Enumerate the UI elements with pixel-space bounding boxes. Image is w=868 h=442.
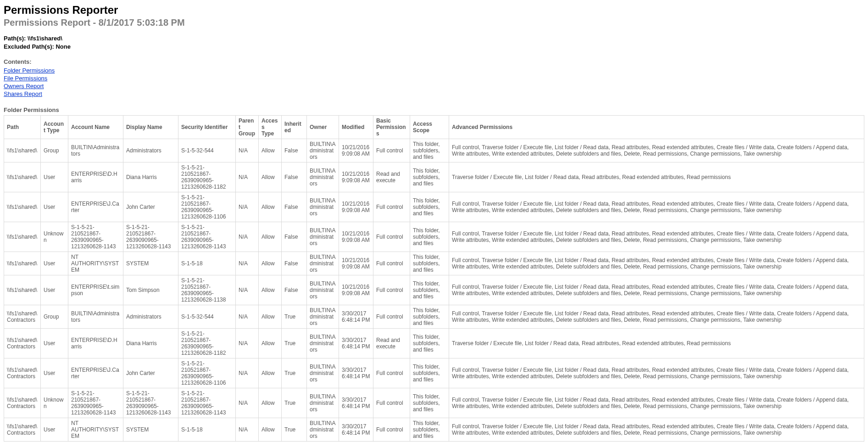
cell-scope: This folder, subfolders, and files	[410, 275, 449, 305]
cell-path: \\fs1\shared\Contractors	[4, 388, 41, 418]
cell-sid: S-1-5-21-210521867-2639090965-1213260628…	[178, 388, 236, 418]
th-owner: Owner	[307, 115, 339, 139]
link-folder-permissions[interactable]: Folder Permissions	[4, 67, 55, 75]
cell-basic: Full control	[373, 192, 410, 222]
cell-basic: Read and execute	[373, 328, 410, 358]
cell-basic: Full control	[373, 358, 410, 388]
cell-basic: Full control	[373, 305, 410, 328]
cell-account_name: ENTERPRISE\t.simpson	[68, 275, 123, 305]
cell-display_name: Diana Harris	[123, 162, 178, 192]
cell-account_name: NT AUTHORITY\SYSTEM	[68, 418, 123, 441]
cell-sid: S-1-5-18	[178, 418, 236, 441]
cell-owner: BUILTIN\Administrators	[307, 388, 339, 418]
cell-modified: 10/21/2016 9:09:08 AM	[339, 275, 373, 305]
cell-sid: S-1-5-21-210521867-2639090965-1213260628…	[178, 328, 236, 358]
cell-basic: Full control	[373, 139, 410, 162]
cell-basic: Full control	[373, 275, 410, 305]
cell-account_type: User	[41, 252, 68, 275]
table-row: \\fs1\shared\GroupBUILTIN\Administrators…	[4, 139, 864, 162]
cell-owner: BUILTIN\Administrators	[307, 358, 339, 388]
cell-display_name: Diana Harris	[123, 328, 178, 358]
cell-advanced: Full control, Traverse folder / Execute …	[449, 275, 864, 305]
contents-label: Contents:	[4, 58, 864, 65]
cell-advanced: Full control, Traverse folder / Execute …	[449, 192, 864, 222]
link-shares-report[interactable]: Shares Report	[4, 90, 42, 98]
table-row: \\fs1\shared\UserENTERPRISE\t.simpsonTom…	[4, 275, 864, 305]
meta-block: Path(s): \\fs1\shared\ Excluded Path(s):…	[4, 34, 864, 51]
cell-account_name: ENTERPRISE\J.Carter	[68, 358, 123, 388]
cell-scope: This folder, subfolders, and files	[410, 388, 449, 418]
cell-basic: Full control	[373, 418, 410, 441]
cell-path: \\fs1\shared\Contractors	[4, 418, 41, 441]
cell-basic: Full control	[373, 222, 410, 252]
cell-path: \\fs1\shared\	[4, 222, 41, 252]
cell-display_name: S-1-5-21-210521867-2639090965-1213260628…	[123, 222, 178, 252]
cell-access_type: Allow	[259, 162, 282, 192]
cell-advanced: Traverse folder / Execute file, List fol…	[449, 162, 864, 192]
cell-account_type: User	[41, 418, 68, 441]
cell-parent_group: N/A	[236, 222, 259, 252]
link-owners-report[interactable]: Owners Report	[4, 83, 44, 90]
cell-account_name: S-1-5-21-210521867-2639090965-1213260628…	[68, 388, 123, 418]
cell-advanced: Full control, Traverse folder / Execute …	[449, 252, 864, 275]
cell-account_type: User	[41, 358, 68, 388]
cell-path: \\fs1\shared\	[4, 192, 41, 222]
permissions-table: Path Account Type Account Name Display N…	[4, 115, 864, 442]
cell-parent_group: N/A	[236, 305, 259, 328]
cell-display_name: Tom Simpson	[123, 275, 178, 305]
cell-modified: 10/21/2016 9:09:08 AM	[339, 162, 373, 192]
cell-account_type: Group	[41, 139, 68, 162]
th-display-name: Display Name	[123, 115, 178, 139]
cell-scope: This folder, subfolders, and files	[410, 328, 449, 358]
cell-modified: 3/30/2017 6:48:14 PM	[339, 328, 373, 358]
cell-advanced: Full control, Traverse folder / Execute …	[449, 358, 864, 388]
cell-inherited: False	[282, 162, 307, 192]
cell-advanced: Full control, Traverse folder / Execute …	[449, 418, 864, 441]
th-sid: Security Identifier	[178, 115, 236, 139]
cell-path: \\fs1\shared\	[4, 275, 41, 305]
cell-path: \\fs1\shared\Contractors	[4, 305, 41, 328]
cell-sid: S-1-5-32-544	[178, 139, 236, 162]
cell-inherited: True	[282, 418, 307, 441]
paths-line: Path(s): \\fs1\shared\	[4, 34, 864, 43]
table-row: \\fs1\shared\ContractorsUserENTERPRISE\J…	[4, 358, 864, 388]
excluded-label: Excluded Path(s):	[4, 43, 56, 50]
paths-label: Path(s):	[4, 35, 28, 42]
cell-inherited: True	[282, 388, 307, 418]
cell-access_type: Allow	[259, 328, 282, 358]
cell-scope: This folder, subfolders, and files	[410, 358, 449, 388]
cell-display_name: S-1-5-21-210521867-2639090965-1213260628…	[123, 388, 178, 418]
page-title: Permissions Reporter	[4, 4, 864, 17]
th-scope: Access Scope	[410, 115, 449, 139]
cell-inherited: True	[282, 305, 307, 328]
table-row: \\fs1\shared\ContractorsUnknownS-1-5-21-…	[4, 388, 864, 418]
link-file-permissions[interactable]: File Permissions	[4, 75, 47, 83]
cell-scope: This folder, subfolders, and files	[410, 222, 449, 252]
cell-account_type: User	[41, 328, 68, 358]
cell-inherited: False	[282, 139, 307, 162]
cell-parent_group: N/A	[236, 252, 259, 275]
cell-account_name: ENTERPRISE\D.Harris	[68, 162, 123, 192]
cell-owner: BUILTIN\Administrators	[307, 418, 339, 441]
cell-parent_group: N/A	[236, 358, 259, 388]
th-parent-group: Parent Group	[236, 115, 259, 139]
table-header-row: Path Account Type Account Name Display N…	[4, 115, 864, 139]
cell-sid: S-1-5-21-210521867-2639090965-1213260628…	[178, 358, 236, 388]
cell-sid: S-1-5-21-210521867-2639090965-1213260628…	[178, 275, 236, 305]
th-inherited: Inherited	[282, 115, 307, 139]
cell-path: \\fs1\shared\Contractors	[4, 358, 41, 388]
cell-modified: 10/21/2016 9:09:08 AM	[339, 252, 373, 275]
cell-access_type: Allow	[259, 275, 282, 305]
cell-owner: BUILTIN\Administrators	[307, 328, 339, 358]
cell-display_name: Administrators	[123, 139, 178, 162]
cell-path: \\fs1\shared\	[4, 252, 41, 275]
cell-sid: S-1-5-21-210521867-2639090965-1213260628…	[178, 222, 236, 252]
cell-display_name: SYSTEM	[123, 418, 178, 441]
cell-advanced: Full control, Traverse folder / Execute …	[449, 222, 864, 252]
cell-parent_group: N/A	[236, 162, 259, 192]
cell-inherited: False	[282, 192, 307, 222]
table-row: \\fs1\shared\UserENTERPRISE\D.HarrisDian…	[4, 162, 864, 192]
cell-account_type: User	[41, 162, 68, 192]
cell-owner: BUILTIN\Administrators	[307, 305, 339, 328]
cell-owner: BUILTIN\Administrators	[307, 252, 339, 275]
